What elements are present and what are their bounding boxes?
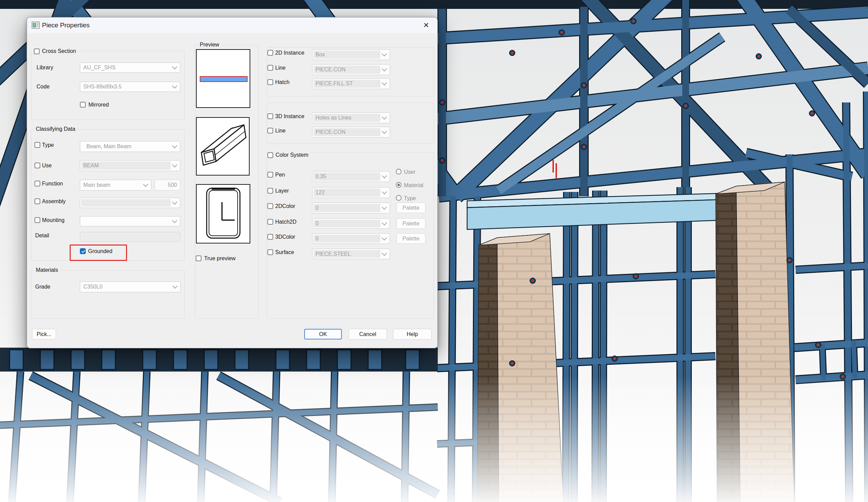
- chevron-down-icon: [143, 182, 148, 187]
- help-button[interactable]: Help: [393, 329, 432, 339]
- chevron-down-icon: [382, 205, 387, 210]
- mounting-label: Mounting: [42, 217, 64, 223]
- surface-select[interactable]: PIECE.STEEL: [312, 249, 390, 259]
- type-checkbox[interactable]: [34, 142, 40, 148]
- hatch2d-palette-button[interactable]: Palette: [396, 218, 425, 229]
- assembly-checkbox[interactable]: [34, 198, 40, 204]
- hatch-select[interactable]: PIECE.FILL.ST: [312, 78, 390, 89]
- chevron-down-icon: [172, 199, 177, 205]
- 2d-line-label: Line: [275, 65, 286, 71]
- library-label: Library: [37, 64, 53, 71]
- 2d-line-select[interactable]: PIECE.CON: [312, 64, 390, 75]
- mirrored-label: Mirrored: [89, 102, 109, 108]
- 3d-line-checkbox[interactable]: [267, 128, 273, 134]
- 2d-instance-checkbox[interactable]: [267, 50, 273, 56]
- 2dcolor-label: 2DColor: [275, 203, 296, 209]
- assembly-label: Assembly: [42, 198, 65, 205]
- hatch2d-checkbox[interactable]: [267, 219, 273, 225]
- shs-section-drawing: [197, 185, 250, 243]
- type-select[interactable]: Beam, Main Beam: [80, 141, 180, 152]
- cross-section-label: Cross Section: [42, 48, 76, 54]
- grade-label: Grade: [35, 284, 50, 290]
- surface-label: Surface: [275, 249, 294, 255]
- chevron-down-icon: [382, 250, 387, 256]
- 2d-line-checkbox[interactable]: [267, 65, 273, 71]
- function-label: Function: [42, 181, 63, 187]
- true-preview-label: True preview: [204, 255, 236, 262]
- hatch-label: Hatch: [275, 79, 290, 85]
- use-select[interactable]: BEAM: [80, 160, 180, 171]
- chevron-down-icon: [173, 284, 178, 289]
- 3dcolor-palette-button[interactable]: Palette: [396, 233, 425, 244]
- cancel-button[interactable]: Cancel: [349, 329, 387, 339]
- type-label: Type: [42, 142, 54, 148]
- chevron-down-icon: [172, 218, 177, 223]
- 2dcolor-palette-button[interactable]: Palette: [396, 203, 425, 213]
- chevron-down-icon: [382, 114, 387, 120]
- classifying-data-legend: Classifying Data: [34, 126, 78, 132]
- surface-checkbox[interactable]: [267, 249, 273, 255]
- use-label: Use: [42, 163, 52, 169]
- library-select[interactable]: AU_CF_SHS: [80, 62, 180, 73]
- chevron-down-icon: [172, 162, 177, 168]
- grounded-checkbox[interactable]: [80, 248, 86, 254]
- shs-tube-drawing: [197, 118, 249, 175]
- color-system-checkbox[interactable]: [267, 152, 273, 158]
- code-select[interactable]: SHS-89x89x3.5: [80, 82, 180, 92]
- 2dcolor-checkbox[interactable]: [267, 203, 273, 209]
- materials-group: [31, 270, 185, 319]
- mounting-checkbox[interactable]: [34, 217, 40, 223]
- 3d-instance-label: 3D Instance: [275, 113, 304, 120]
- function-select[interactable]: Main beam: [80, 180, 151, 191]
- 2dcolor-select[interactable]: 0: [312, 203, 390, 213]
- dialog-titlebar[interactable]: Piece Properties ✕: [27, 18, 437, 33]
- hatch2d-select[interactable]: 0: [312, 218, 390, 229]
- chevron-down-icon: [382, 173, 387, 178]
- user-radio-label: User: [404, 169, 415, 175]
- grade-select[interactable]: C350L0: [80, 281, 180, 292]
- 2d-instance-select[interactable]: Box: [312, 49, 390, 60]
- layer-label: Layer: [275, 188, 289, 194]
- pick-button[interactable]: Pick...: [32, 329, 56, 339]
- cross-section-checkbox[interactable]: [34, 49, 40, 54]
- ok-button[interactable]: OK: [304, 329, 342, 339]
- preview-legend: Preview: [198, 42, 221, 48]
- 3dcolor-checkbox[interactable]: [267, 234, 273, 240]
- material-radio[interactable]: [396, 182, 402, 188]
- use-checkbox[interactable]: [34, 163, 40, 168]
- layer-select[interactable]: 122: [312, 187, 390, 198]
- 3d-instance-select[interactable]: Holes as Lines: [312, 112, 390, 123]
- hatch-checkbox[interactable]: [267, 79, 273, 85]
- piece-properties-icon: [31, 21, 40, 29]
- chevron-down-icon: [382, 220, 387, 225]
- true-preview-checkbox[interactable]: [196, 255, 202, 261]
- 3d-instance-checkbox[interactable]: [267, 113, 273, 119]
- chevron-down-icon: [172, 64, 177, 70]
- chevron-down-icon: [172, 83, 177, 89]
- preview-section-thumbnail: [196, 184, 250, 244]
- layer-checkbox[interactable]: [267, 188, 273, 194]
- close-icon[interactable]: ✕: [420, 19, 433, 31]
- detail-field[interactable]: [80, 232, 180, 242]
- assembly-select[interactable]: [80, 198, 180, 208]
- user-radio[interactable]: [396, 169, 402, 174]
- 2d-instance-label: 2D Instance: [275, 50, 304, 56]
- material-radio-label: Material: [404, 182, 423, 188]
- preview-3d-thumbnail: [196, 117, 250, 175]
- chevron-down-icon: [382, 51, 387, 57]
- mirrored-checkbox[interactable]: [80, 102, 86, 107]
- type-radio[interactable]: [396, 195, 402, 201]
- code-label: Code: [37, 84, 50, 90]
- 3d-line-select[interactable]: PIECE.CON: [312, 127, 390, 137]
- color-system-legend: Color System: [265, 151, 310, 159]
- pen-checkbox[interactable]: [267, 172, 273, 177]
- 3dcolor-select[interactable]: 0: [312, 233, 390, 244]
- function-checkbox[interactable]: [34, 181, 40, 186]
- pen-select[interactable]: 0.35: [312, 171, 390, 182]
- function-code-field[interactable]: 500: [155, 180, 180, 191]
- mounting-select[interactable]: [80, 216, 180, 226]
- pen-label: Pen: [275, 172, 285, 178]
- chevron-down-icon: [382, 66, 387, 72]
- cross-section-legend: Cross Section: [32, 48, 78, 55]
- color-system-label: Color System: [276, 152, 308, 158]
